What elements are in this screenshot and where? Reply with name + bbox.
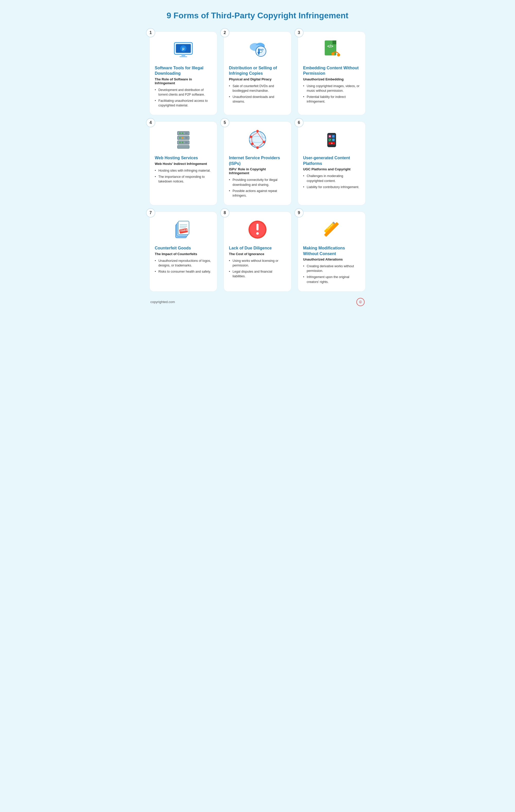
svg-rect-16	[332, 40, 336, 44]
svg-rect-23	[177, 145, 189, 148]
card-icon-5	[229, 128, 286, 151]
list-item: Unauthorized downloads and streams.	[229, 94, 286, 104]
card-subtitle-3: Unauthorized Embedding	[303, 77, 360, 81]
svg-text:</>: </>	[327, 44, 333, 49]
card-list-9: Creating derivative works without permis…	[303, 264, 360, 284]
list-item: Development and distribution of torrent …	[155, 88, 212, 97]
card-2: 2 DVD Distribution or Selling of Infring…	[223, 31, 292, 115]
card-6: 6 f 📞 t	[298, 121, 366, 205]
svg-point-28	[182, 137, 183, 139]
list-item: Unauthorized reproductions of logos, des…	[155, 258, 212, 268]
svg-text:DVD: DVD	[259, 49, 264, 51]
list-item: Possible actions against repeat infringe…	[229, 188, 286, 198]
card-list-5: Providing connectivity for illegal downl…	[229, 178, 286, 198]
card-title-4: Web Hosting Services	[155, 155, 212, 161]
svg-point-24	[179, 133, 181, 134]
footer-copyright-icon: ©	[356, 298, 365, 306]
list-item: The importance of responding to takedown…	[155, 174, 212, 184]
svg-point-49	[329, 136, 331, 137]
card-title-3: Embedding Content Without Permission	[303, 65, 360, 76]
svg-rect-4	[182, 54, 185, 56]
card-icon-3: </>	[303, 38, 360, 61]
card-7: 7 FAKE Counterfeit Goods The Impact of C…	[149, 211, 217, 292]
svg-point-19	[337, 53, 340, 56]
card-number-3: 3	[294, 28, 304, 37]
card-list-4: Hosting sites with infringing material. …	[155, 168, 212, 184]
card-number-1: 1	[146, 28, 155, 37]
card-title-2: Distribution or Selling of Infringing Co…	[229, 65, 286, 76]
card-subtitle-7: The Impact of Counterfeits	[155, 252, 212, 256]
card-list-6: Challenges in moderating copyrighted con…	[303, 174, 360, 189]
card-subtitle-4: Web Hosts' Indirect Infringement	[155, 162, 212, 166]
list-item: Potential liability for indirect infring…	[303, 94, 360, 104]
svg-point-25	[182, 133, 183, 134]
card-5: 5 Internet Service	[223, 121, 292, 205]
svg-text:μ: μ	[182, 47, 185, 51]
svg-rect-32	[185, 142, 188, 143]
list-item: Infringement upon the original creators'…	[303, 275, 360, 284]
card-number-4: 4	[146, 118, 155, 127]
card-3: 3 </> Embedding Content Without Permissi…	[298, 31, 366, 115]
card-subtitle-8: The Cost of Ignorance	[229, 252, 286, 256]
page-title: 9 Forms of Third-Party Copyright Infring…	[149, 10, 366, 21]
card-icon-7: FAKE	[155, 218, 212, 241]
card-title-9: Making Modifications Without Consent	[303, 245, 360, 256]
card-number-9: 9	[294, 208, 304, 218]
card-number-2: 2	[220, 28, 230, 37]
card-subtitle-5: ISPs' Role in Copyright Infringement	[229, 167, 286, 175]
card-9: 9 Making Modifications Without Consent U…	[298, 211, 366, 292]
card-number-6: 6	[294, 118, 304, 127]
card-list-3: Using copyrighted images, videos, or mus…	[303, 84, 360, 104]
svg-point-36	[256, 130, 259, 133]
list-item: Challenges in moderating copyrighted con…	[303, 174, 360, 183]
card-icon-1: μ	[155, 38, 212, 61]
card-list-8: Using works without licensing or permiss…	[229, 258, 286, 279]
card-title-8: Lack of Due Diligence	[229, 245, 286, 251]
svg-point-18	[331, 52, 334, 55]
card-title-6: User-generated Content Platforms	[303, 155, 360, 166]
card-subtitle-1: The Role of Software in Infringement	[155, 77, 212, 85]
svg-point-69	[256, 232, 259, 235]
cards-row-2: 4 Web Hosting Services Web Hosts'	[149, 121, 366, 205]
list-item: Facilitating unauthorized access to copy…	[155, 98, 212, 108]
list-item: Using works without licensing or permiss…	[229, 258, 286, 268]
svg-point-31	[182, 142, 183, 143]
list-item: Hosting sites with infringing material.	[155, 168, 212, 173]
card-title-7: Counterfeit Goods	[155, 245, 212, 251]
svg-point-27	[179, 137, 181, 139]
card-title-1: Software Tools for Illegal Downloading	[155, 65, 212, 76]
svg-rect-26	[185, 133, 188, 134]
footer: copyrighted.com ©	[149, 298, 366, 306]
svg-point-30	[179, 142, 181, 143]
card-icon-4	[155, 128, 212, 151]
cards-row-3: 7 FAKE Counterfeit Goods The Impact of C…	[149, 211, 366, 292]
list-item: Legal disputes and financial liabilities…	[229, 269, 286, 279]
list-item: Risks to consumer health and safety.	[155, 269, 212, 274]
svg-rect-13	[258, 49, 259, 52]
svg-rect-29	[185, 137, 188, 139]
card-icon-8	[229, 218, 286, 241]
svg-rect-5	[180, 56, 187, 57]
card-number-5: 5	[220, 118, 230, 127]
card-number-8: 8	[220, 208, 230, 218]
card-icon-6: f 📞 t	[303, 128, 360, 151]
svg-text:📞: 📞	[329, 139, 332, 141]
card-number-7: 7	[146, 208, 155, 218]
card-list-1: Development and distribution of torrent …	[155, 88, 212, 108]
list-item: Providing connectivity for illegal downl…	[229, 178, 286, 187]
card-list-7: Unauthorized reproductions of logos, des…	[155, 258, 212, 274]
card-list-2: Sale of counterfeit DVDs and bootlegged …	[229, 84, 286, 104]
card-title-5: Internet Service Providers (ISPs)	[229, 155, 286, 166]
card-8: 8 Lack of Due Diligence The Cost of Igno…	[223, 211, 292, 292]
svg-rect-68	[256, 224, 259, 230]
list-item: Using copyrighted images, videos, or mus…	[303, 84, 360, 93]
card-subtitle-2: Physical and Digital Piracy	[229, 77, 286, 81]
card-4: 4 Web Hosting Services Web Hosts'	[149, 121, 217, 205]
footer-text: copyrighted.com	[150, 300, 175, 304]
card-subtitle-9: Unauthorized Alterations	[303, 257, 360, 261]
card-subtitle-6: UGC Platforms and Copyright	[303, 167, 360, 171]
card-1: 1 μ Software Tools for Illegal Downloadi…	[149, 31, 217, 115]
cards-row-1: 1 μ Software Tools for Illegal Downloadi…	[149, 31, 366, 115]
list-item: Creating derivative works without permis…	[303, 264, 360, 273]
card-icon-9	[303, 218, 360, 241]
